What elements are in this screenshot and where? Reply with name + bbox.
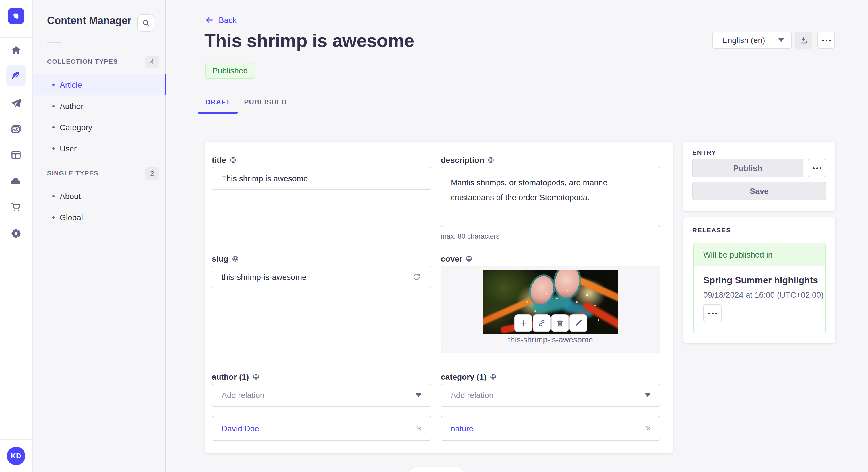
settings-gear-icon[interactable] — [10, 228, 22, 239]
media-library-icon[interactable] — [10, 123, 22, 135]
send-plane-icon[interactable] — [10, 98, 22, 109]
category-relation-select[interactable]: Add relation — [441, 384, 660, 407]
locale-value: English (en) — [722, 36, 765, 45]
download-icon — [799, 36, 808, 45]
relation-link[interactable]: David Doe — [222, 424, 259, 433]
category-relation-item: nature — [441, 416, 660, 441]
description-textarea[interactable]: Mantis shrimps, or stomatopods, are mari… — [441, 167, 660, 227]
release-more-button[interactable] — [703, 304, 722, 322]
chevron-down-icon — [415, 394, 422, 397]
relation-link[interactable]: nature — [451, 424, 473, 433]
main-nav-rail: KD — [0, 0, 33, 472]
sidebar-item-article[interactable]: Article — [33, 74, 166, 95]
add-media-button[interactable] — [515, 314, 532, 332]
description-field-label: description — [441, 156, 495, 165]
collapsed-panel-peek[interactable] — [409, 467, 464, 472]
entry-more-button[interactable] — [808, 159, 826, 177]
more-icon — [822, 39, 830, 41]
sidebar-item-author[interactable]: Author — [33, 95, 166, 116]
bullet-icon — [52, 195, 55, 197]
edit-form-card: title This shrimp is awesome description… — [205, 142, 673, 453]
sidebar-item-label: User — [60, 144, 76, 153]
more-icon — [813, 167, 821, 169]
collection-types-count: 4 — [145, 56, 159, 68]
status-badge: Published — [205, 63, 255, 78]
more-icon — [708, 312, 717, 314]
header-more-button[interactable] — [817, 32, 835, 49]
back-label: Back — [219, 15, 237, 25]
sidebar-item-about[interactable]: About — [33, 185, 166, 206]
sidebar-item-label: Author — [60, 101, 84, 110]
link-icon — [537, 319, 546, 328]
description-hint: max. 80 characters — [441, 232, 499, 240]
home-icon[interactable] — [10, 45, 22, 56]
bullet-icon — [52, 83, 55, 86]
regenerate-slug-icon[interactable] — [412, 272, 422, 281]
single-types-count: 2 — [145, 167, 159, 179]
edit-media-button[interactable] — [569, 314, 587, 332]
release-item: Will be published in Spring Summer highl… — [693, 243, 826, 333]
sidebar-item-category[interactable]: Category — [33, 116, 166, 138]
sidebar-item-label: Article — [60, 80, 82, 89]
bullet-icon — [52, 105, 55, 107]
marketplace-cart-icon[interactable] — [10, 201, 22, 213]
section-single-types: SINGLE TYPES — [47, 170, 98, 177]
entry-panel-title: ENTRY — [692, 149, 716, 156]
author-relation-item: David Doe — [212, 416, 431, 441]
user-avatar[interactable]: KD — [7, 447, 25, 465]
bullet-icon — [52, 147, 55, 149]
chevron-down-icon — [645, 394, 650, 397]
title-input[interactable]: This shrimp is awesome — [212, 167, 431, 190]
globe-icon — [252, 373, 259, 380]
sidebar-title: Content Manager — [47, 15, 131, 27]
globe-icon — [490, 373, 497, 380]
globe-icon — [488, 157, 495, 164]
publish-button[interactable]: Publish — [692, 159, 803, 177]
sidebar-item-label: Global — [60, 212, 83, 222]
sidebar-divider — [47, 42, 61, 43]
copy-link-button[interactable] — [533, 314, 551, 332]
category-field-label: category (1) — [441, 372, 497, 381]
cover-field-label: cover — [441, 254, 473, 263]
release-status: Will be published in — [694, 243, 825, 266]
cover-actions — [515, 314, 587, 332]
rail-divider-bottom — [0, 439, 33, 440]
cloud-icon[interactable] — [10, 175, 22, 187]
search-icon — [141, 19, 150, 28]
content-manager-feather-icon[interactable] — [6, 65, 26, 86]
sidebar-item-label: Category — [60, 123, 92, 132]
back-arrow-icon — [205, 15, 214, 25]
search-button[interactable] — [137, 14, 154, 32]
globe-icon — [466, 255, 473, 262]
tab-draft[interactable]: DRAFT — [198, 92, 238, 112]
title-field-label: title — [212, 156, 237, 165]
author-relation-select[interactable]: Add relation — [212, 384, 431, 407]
plus-icon — [519, 319, 528, 328]
release-date: 09/18/2024 at 16:00 (UTC+02:00) — [703, 290, 824, 299]
locale-select[interactable]: English (en) — [712, 32, 792, 49]
active-tab-indicator — [198, 112, 238, 113]
sidebar-item-global[interactable]: Global — [33, 206, 166, 228]
content-manager-sidebar: Content Manager COLLECTION TYPES 4 Artic… — [33, 0, 166, 472]
globe-icon — [232, 255, 239, 262]
tab-published[interactable]: PUBLISHED — [239, 92, 291, 112]
chevron-down-icon — [778, 38, 784, 42]
releases-panel-title: RELEASES — [692, 227, 731, 233]
remove-relation-icon[interactable] — [415, 425, 423, 432]
entry-panel: ENTRY Publish Save — [683, 142, 835, 211]
export-button[interactable] — [795, 32, 812, 49]
content-type-builder-icon[interactable] — [10, 149, 22, 161]
strapi-logo[interactable] — [8, 8, 24, 24]
slug-input[interactable]: this-shrimp-is-awesome — [212, 266, 431, 289]
author-field-label: author (1) — [212, 372, 259, 381]
page-title: This shrimp is awesome — [205, 30, 414, 52]
rail-divider — [0, 37, 33, 38]
app-root: KD Content Manager COLLECTION TYPES 4 Ar… — [0, 0, 868, 472]
sidebar-item-user[interactable]: User — [33, 138, 166, 159]
save-button[interactable]: Save — [692, 182, 826, 200]
remove-relation-icon[interactable] — [645, 425, 652, 432]
release-name[interactable]: Spring Summer highlights — [703, 275, 818, 285]
bullet-icon — [52, 126, 55, 128]
delete-media-button[interactable] — [551, 314, 569, 332]
back-link[interactable]: Back — [205, 15, 237, 25]
